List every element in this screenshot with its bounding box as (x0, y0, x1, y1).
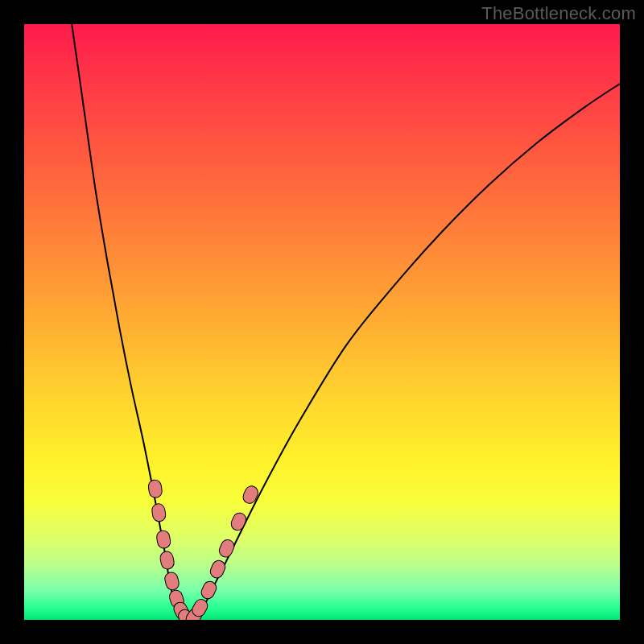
svg-rect-11 (208, 559, 227, 580)
svg-rect-12 (217, 538, 236, 559)
curve-marker (151, 503, 167, 522)
svg-rect-0 (147, 479, 163, 498)
curve-marker (229, 511, 249, 533)
svg-rect-1 (151, 503, 167, 522)
curve-marker (155, 530, 171, 549)
svg-rect-13 (229, 511, 249, 533)
svg-rect-2 (155, 530, 171, 549)
plot-frame (24, 24, 620, 620)
curve-marker (147, 479, 163, 498)
svg-rect-4 (163, 571, 180, 591)
svg-rect-3 (159, 551, 175, 571)
svg-rect-14 (241, 484, 260, 506)
curve-layer (24, 24, 620, 620)
curve-marker (159, 551, 175, 571)
curve-marker (208, 559, 227, 580)
bottleneck-curve (72, 24, 620, 620)
curve-marker (163, 571, 180, 591)
curve-marker (217, 538, 236, 559)
watermark-text: TheBottleneck.com (481, 3, 636, 24)
curve-marker (241, 484, 260, 506)
